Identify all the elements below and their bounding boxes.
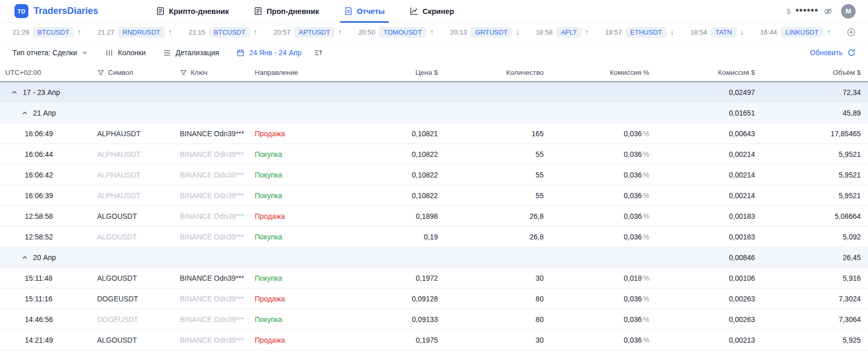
trade-symbol: ALGOUSDT bbox=[97, 336, 180, 344]
filter-icon[interactable] bbox=[97, 69, 104, 76]
trade-row[interactable]: 14:21:49ALGOUSDTBINANCE Odn39***Продажа0… bbox=[0, 330, 868, 350]
trade-row[interactable]: 16:06:39ALPHAUSDTBINANCE Odn39***Покупка… bbox=[0, 185, 868, 206]
ticker-item[interactable]: 20:13GRTUSDT↓ bbox=[450, 27, 519, 38]
ticker-symbol[interactable]: RNDRUSDT bbox=[118, 27, 165, 38]
ticker-symbol[interactable]: TATN bbox=[711, 27, 737, 38]
report-type-select[interactable]: Тип отчета: Сделки bbox=[12, 49, 88, 57]
ticker-symbol[interactable]: GRTUSDT bbox=[471, 27, 513, 38]
trade-key: BINANCE Odn39*** bbox=[180, 171, 255, 179]
tab-crypto-journal[interactable]: Крипто-дневник bbox=[156, 0, 229, 23]
trade-time: 14:46:56 bbox=[5, 315, 97, 324]
trade-price: 0,10821 bbox=[332, 130, 438, 138]
date-range-button[interactable]: 24 Янв - 24 Апр bbox=[237, 49, 301, 57]
trade-volume: 7,3064 bbox=[755, 315, 861, 324]
trade-row[interactable]: 12:58:58ALGOUSDTBINANCE Odn39***Продажа0… bbox=[0, 206, 868, 227]
ticker-symbol[interactable]: APTUSDT bbox=[294, 27, 335, 38]
trade-volume: 5,916 bbox=[755, 274, 861, 282]
tab-label: Крипто-дневник bbox=[169, 7, 229, 15]
detalization-button[interactable]: Детализация bbox=[163, 49, 219, 57]
trade-row[interactable]: 15:11:16DOGEUSDTBINANCE Odn39***Продажа0… bbox=[0, 288, 868, 309]
trade-row[interactable]: 16:06:44ALPHAUSDTBINANCE Odn39***Покупка… bbox=[0, 144, 868, 165]
trade-row[interactable]: 16:06:49ALPHAUSDTBINANCE Odn39***Продажа… bbox=[0, 123, 868, 144]
ticker-symbol[interactable]: BTCUSDT bbox=[33, 27, 74, 38]
trade-commission-usd: 0,00214 bbox=[649, 191, 755, 200]
subgroup-row[interactable]: 21 Апр0,0165145,89 bbox=[0, 103, 868, 123]
chevron-up-icon[interactable] bbox=[11, 89, 18, 95]
ticker-item[interactable]: 21:27RNDRUSDT↑ bbox=[98, 27, 173, 38]
trade-time: 16:06:49 bbox=[5, 130, 97, 138]
trade-commission-usd: 0,00214 bbox=[649, 150, 755, 158]
tab-label: Проп-дневник bbox=[267, 7, 319, 15]
col-utc: UTC+02:00 bbox=[5, 69, 97, 76]
arrow-up-icon: ↑ bbox=[338, 28, 342, 36]
trade-commission-usd: 0,00213 bbox=[649, 336, 755, 344]
detalization-icon bbox=[163, 49, 171, 57]
trade-direction: Покупка bbox=[255, 315, 332, 324]
columns-label: Колонки bbox=[118, 49, 145, 57]
ticker-item[interactable]: 18:57ETHUSDT↓ bbox=[605, 27, 674, 38]
chevron-up-icon[interactable] bbox=[22, 110, 28, 116]
logo-icon: TD bbox=[14, 4, 28, 18]
group-label: 21 Апр bbox=[33, 109, 56, 117]
ticker-item[interactable]: 21:15BTCUSDT↑ bbox=[189, 27, 257, 38]
ticker-time: 16:44 bbox=[760, 28, 777, 36]
col-quantity: Количество bbox=[438, 69, 544, 76]
arrow-down-icon: ↓ bbox=[516, 28, 519, 36]
refresh-button[interactable]: Обновить bbox=[810, 49, 856, 57]
screener-icon bbox=[410, 7, 419, 15]
subgroup-row[interactable]: 20 Апр0,0084626,45 bbox=[0, 247, 868, 268]
trade-quantity: 30 bbox=[438, 274, 544, 282]
arrow-up-icon: ↑ bbox=[254, 28, 257, 36]
filter-icon[interactable] bbox=[180, 69, 187, 76]
trade-commission-pct: 0,036% bbox=[544, 212, 649, 220]
group-commission-usd: 0,00846 bbox=[649, 253, 755, 262]
trade-volume: 7,3024 bbox=[755, 295, 861, 303]
trade-quantity: 165 bbox=[438, 130, 544, 138]
trade-commission-usd: 0,00263 bbox=[649, 295, 755, 303]
sort-order-button[interactable] bbox=[314, 49, 322, 57]
ticker-item[interactable]: 16:44LINKUSDT↑ bbox=[760, 27, 830, 38]
tab-screener[interactable]: Скринер bbox=[410, 0, 454, 23]
add-ticker-button[interactable] bbox=[847, 28, 856, 37]
trade-direction: Покупка bbox=[255, 171, 332, 179]
ticker-symbol[interactable]: BTCUSDT bbox=[209, 27, 250, 38]
columns-button[interactable]: Колонки bbox=[105, 49, 145, 57]
table-body: 17 - 23 Апр0,0249772,3421 Апр0,0165145,8… bbox=[0, 82, 868, 350]
ticker-strip: 21:29BTCUSDT↑21:27RNDRUSDT↑21:15BTCUSDT↑… bbox=[0, 23, 868, 42]
ticker-time: 20:13 bbox=[450, 28, 467, 36]
trade-key: BINANCE Odn39*** bbox=[180, 150, 255, 158]
ticker-symbol[interactable]: ETHUSDT bbox=[626, 27, 667, 38]
avatar[interactable]: M bbox=[841, 4, 856, 19]
group-row[interactable]: 17 - 23 Апр0,0249772,34 bbox=[0, 82, 868, 103]
ticker-item[interactable]: 18:54TATN↓ bbox=[690, 27, 744, 38]
trade-quantity: 30 bbox=[438, 336, 544, 344]
report-type-label: Тип отчета: Сделки bbox=[12, 49, 77, 57]
trade-commission-usd: 0,00214 bbox=[649, 171, 755, 179]
ticker-item[interactable]: 21:29BTCUSDT↑ bbox=[12, 27, 81, 38]
ticker-symbol[interactable]: TOMOUSDT bbox=[379, 27, 426, 38]
col-key: Ключ bbox=[180, 69, 255, 76]
eye-slash-icon[interactable] bbox=[824, 7, 833, 16]
group-label: 17 - 23 Апр bbox=[23, 88, 60, 97]
balance-masked: ****** bbox=[796, 7, 818, 15]
trade-row[interactable]: 15:11:48ALGOUSDTBINANCE Odn39***Покупка0… bbox=[0, 268, 868, 288]
ticker-symbol[interactable]: AFLT bbox=[556, 27, 582, 38]
group-commission-usd: 0,01651 bbox=[649, 109, 755, 117]
group-label: 20 Апр bbox=[33, 253, 56, 262]
ticker-symbol[interactable]: LINKUSDT bbox=[781, 27, 823, 38]
tab-reports[interactable]: Отчеты bbox=[344, 0, 385, 23]
brand[interactable]: TD TradersDiaries bbox=[14, 4, 98, 18]
trade-direction: Покупка bbox=[255, 150, 332, 158]
chevron-up-icon[interactable] bbox=[22, 254, 28, 261]
ticker-item[interactable]: 20:57APTUSDT↑ bbox=[274, 27, 342, 38]
trade-row[interactable]: 12:58:52ALGOUSDTBINANCE Odn39***Покупка0… bbox=[0, 227, 868, 247]
tab-prop-journal[interactable]: Проп-дневник bbox=[254, 0, 319, 23]
col-commission-pct-label: Комиссия % bbox=[610, 69, 649, 76]
ticker-item[interactable]: 20:50TOMOUSDT↑ bbox=[359, 27, 434, 38]
trade-row[interactable]: 16:06:42ALPHAUSDTBINANCE Odn39***Покупка… bbox=[0, 165, 868, 185]
ticker-item[interactable]: 18:58AFLT↑ bbox=[536, 27, 588, 38]
trade-volume: 5,9521 bbox=[755, 150, 861, 158]
col-utc-label: UTC+02:00 bbox=[5, 69, 41, 76]
trade-row[interactable]: 14:46:56DOGEUSDTBINANCE Odn39***Покупка0… bbox=[0, 309, 868, 330]
col-key-label: Ключ bbox=[191, 69, 208, 76]
